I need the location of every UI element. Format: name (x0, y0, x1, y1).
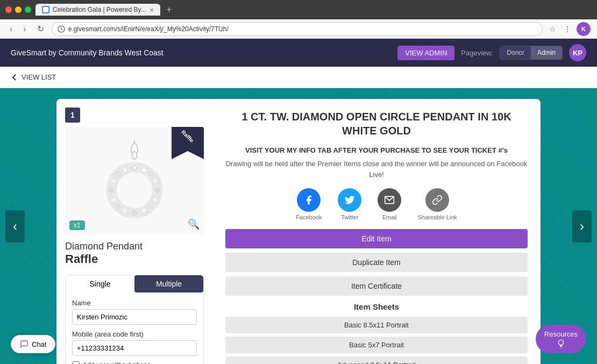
view-list-label: VIEW LIST (22, 73, 56, 81)
refresh-button[interactable]: ↻ (34, 23, 47, 35)
view-list-link[interactable]: VIEW LIST (11, 73, 56, 81)
svg-point-7 (155, 188, 160, 192)
item-left-panel: 1 Raffle (56, 99, 212, 364)
donor-toggle-button[interactable]: Donor (500, 46, 531, 59)
zoom-icon[interactable]: 🔍 (188, 218, 200, 230)
name-input[interactable] (72, 309, 197, 325)
item-card: 1 Raffle (56, 99, 541, 364)
item-right-panel: 1 CT. TW. DIAMOND OPEN CIRCLE PENDANT IN… (212, 99, 541, 364)
facebook-icon (297, 188, 321, 212)
svg-point-16 (154, 198, 157, 201)
facebook-label: Facebook (296, 214, 322, 220)
shareable-link-label: Shareable Link (417, 214, 457, 220)
new-tab-button[interactable]: + (167, 5, 172, 15)
email-share[interactable]: Email (378, 188, 401, 220)
browser-window-controls (5, 6, 31, 13)
purchase-form: Single Multiple Name Mobile (area code f… (65, 275, 204, 364)
browser-chrome: Celebration Gala | Powered By... ✕ + (0, 0, 597, 19)
svg-point-19 (124, 169, 126, 172)
mobile-field-group: Mobile (area code first) (72, 330, 197, 356)
resources-button[interactable]: Resources (536, 325, 586, 353)
browser-tab[interactable]: Celebration Gala | Powered By... ✕ (35, 4, 160, 16)
svg-point-11 (149, 204, 153, 208)
item-number-badge: 1 (65, 108, 80, 123)
social-share-icons: Facebook Twitter Email (225, 188, 528, 220)
no-phone-label: Add user without phone (83, 361, 151, 364)
svg-point-13 (133, 166, 136, 169)
chat-icon (20, 340, 29, 348)
twitter-share[interactable]: Twitter (338, 188, 361, 220)
browser-actions: ☆ ⋮ K (547, 22, 591, 36)
twitter-label: Twitter (341, 214, 358, 220)
chat-button[interactable]: Chat (11, 335, 55, 353)
previous-item-button[interactable]: ‹ (5, 210, 25, 242)
lightbulb-icon (557, 339, 565, 348)
item-main-title: 1 CT. TW. DIAMOND OPEN CIRCLE PENDANT IN… (225, 110, 528, 138)
advanced-portrait-8511-button[interactable]: Advanced 8.5x11 Portrait (225, 356, 528, 364)
view-admin-button[interactable]: VIEW ADMIN (397, 46, 454, 60)
email-label: Email (382, 214, 397, 220)
svg-point-6 (132, 210, 137, 215)
tab-title: Celebration Gala | Powered By... (53, 6, 146, 13)
item-certificate-button[interactable]: Item Certificate (225, 276, 528, 296)
basic-portrait-8511-button[interactable]: Basic 8.5x11 Portrait (225, 317, 528, 333)
svg-point-3 (132, 152, 137, 159)
admin-toggle-button[interactable]: Admin (531, 46, 562, 59)
sub-header: VIEW LIST (0, 67, 597, 88)
item-description: Drawing will be held after the Premier I… (225, 159, 528, 180)
svg-point-14 (154, 179, 157, 182)
svg-point-8 (109, 188, 114, 192)
minimize-window-button[interactable] (15, 6, 22, 13)
app-header: GiveSmart by Community Brands West Coast… (0, 39, 597, 67)
item-image (94, 138, 175, 224)
basic-portrait-5x7-button[interactable]: Basic 5x7 Portrait (225, 337, 528, 353)
close-window-button[interactable] (5, 6, 12, 13)
edit-item-button[interactable]: Edit Item (225, 229, 528, 248)
raffle-ribbon: Raffle (172, 127, 204, 159)
chat-label: Chat (32, 340, 46, 348)
bookmark-button[interactable]: ☆ (547, 24, 558, 34)
svg-point-21 (124, 209, 126, 211)
quantity-badge: x1 (69, 220, 85, 230)
back-button[interactable]: ‹ (6, 23, 16, 35)
svg-point-18 (143, 169, 145, 172)
name-label: Name (72, 299, 197, 307)
svg-point-9 (149, 172, 153, 176)
no-phone-checkbox[interactable] (72, 361, 80, 364)
duplicate-item-button[interactable]: Duplicate Item (225, 253, 528, 272)
mobile-input[interactable] (72, 340, 197, 356)
user-avatar: KP (569, 44, 586, 61)
tab-close-button[interactable]: ✕ (150, 7, 154, 13)
address-bar[interactable]: e.givesmart.com/s/iEnirN/e/eaX/j/_My%20A… (52, 22, 543, 36)
url-text: e.givesmart.com/s/iEnirN/e/eaX/j/_My%20A… (68, 25, 229, 33)
item-sheets-title: Item Sheets (225, 302, 528, 311)
single-tab[interactable]: Single (66, 275, 134, 292)
main-content: ‹ › 1 Raffle (0, 88, 597, 364)
mobile-label: Mobile (area code first) (72, 330, 197, 338)
svg-point-17 (112, 198, 115, 201)
tab-favicon (42, 6, 49, 13)
browser-toolbar: ‹ › ↻ e.givesmart.com/s/iEnirN/e/eaX/j/_… (0, 19, 597, 39)
svg-rect-0 (43, 7, 48, 12)
facebook-share[interactable]: Facebook (296, 188, 322, 220)
shareable-link[interactable]: Shareable Link (417, 188, 457, 220)
pageview-toggle: Donor Admin (500, 46, 563, 60)
item-notice: VISIT YOUR MY INFO TAB AFTER YOUR PURCHA… (225, 146, 528, 154)
extensions-button[interactable]: ⋮ (562, 24, 573, 34)
form-tabs: Single Multiple (66, 275, 203, 292)
multiple-tab[interactable]: Multiple (134, 275, 203, 292)
svg-point-20 (143, 209, 145, 211)
next-item-button[interactable]: › (572, 210, 592, 242)
item-tag: Raffle (65, 252, 204, 266)
resources-label: Resources (544, 330, 578, 338)
item-subtitle: Diamond Pendant (65, 241, 204, 252)
no-phone-checkbox-row: Add user without phone (72, 361, 197, 364)
email-icon (378, 188, 401, 212)
maximize-window-button[interactable] (25, 6, 31, 13)
raffle-label: Raffle (180, 129, 195, 144)
svg-point-12 (116, 204, 120, 208)
pageview-label: Pageview: (461, 49, 493, 57)
forward-button[interactable]: › (20, 23, 29, 35)
twitter-icon (338, 188, 361, 212)
name-field-group: Name (72, 299, 197, 325)
